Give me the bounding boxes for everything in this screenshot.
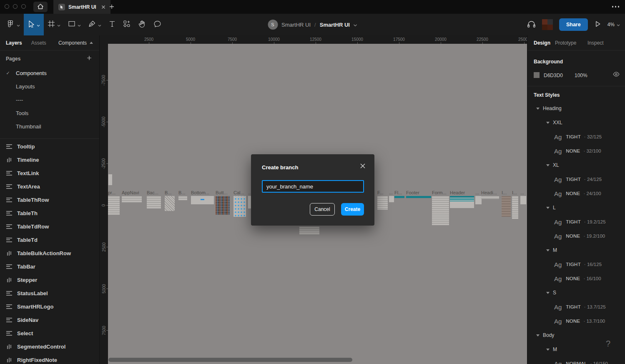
pen-tool-button[interactable] [85,14,105,35]
org-avatar[interactable]: S [268,20,278,30]
canvas-frame-label[interactable]: Bac... [147,190,158,195]
tab-prototype[interactable]: Prototype [555,40,576,46]
canvas-frame[interactable] [233,196,246,217]
caret-down-icon[interactable] [546,164,550,166]
eye-icon[interactable] [613,72,620,77]
component-item[interactable]: RightFixedNote [0,353,100,364]
text-style-item[interactable]: AgTIGHT· 19.2/125 [527,215,625,229]
move-tool-button[interactable] [24,14,44,35]
caret-down-icon[interactable] [546,292,550,294]
text-style-item[interactable]: AgTIGHT· 32/125 [527,130,625,144]
caret-down-icon[interactable] [536,334,540,336]
canvas-frame[interactable] [122,196,142,203]
frame-tool-button[interactable] [44,14,64,35]
caret-down-icon[interactable] [546,249,550,251]
page-item[interactable]: Thumbnail [0,120,100,133]
file-tab[interactable]: SmartHR UI [53,0,110,14]
resources-tool-button[interactable] [119,14,134,35]
share-button[interactable]: Share [559,18,588,31]
text-style-item[interactable]: AgNONE· 32/100 [527,144,625,158]
page-item[interactable]: Layouts [0,80,100,93]
component-item[interactable]: SideNav [0,313,100,326]
text-style-group[interactable]: L [527,201,625,215]
page-item[interactable]: ✓Components [0,66,100,80]
caret-down-icon[interactable] [546,349,550,351]
canvas-frame[interactable] [450,196,474,208]
canvas-frame-label[interactable]: ... [389,190,393,195]
chevron-down-icon[interactable] [37,21,40,28]
text-style-group[interactable]: S [527,286,625,300]
text-style-item[interactable]: AgNONE· 19.2/100 [527,229,625,243]
caret-down-icon[interactable] [546,122,550,124]
canvas-frame-label[interactable]: ... [520,190,524,195]
shape-tool-button[interactable] [64,14,85,35]
overflow-menu-icon[interactable] [612,6,620,8]
canvas-frame[interactable] [512,196,518,219]
text-style-item[interactable]: AgTIGHT· 16/125 [527,257,625,271]
text-style-item[interactable]: AgNONE· 16/100 [527,271,625,286]
tab-close-icon[interactable] [101,5,105,9]
text-style-item[interactable]: AgTIGHT· 24/125 [527,172,625,186]
canvas-frame-label[interactable]: F... [377,190,384,195]
headphones-icon[interactable] [527,20,536,30]
canvas-frame[interactable] [502,196,511,217]
caret-down-icon[interactable] [546,207,550,209]
text-style-group[interactable]: Heading [527,101,625,115]
component-item[interactable]: Stepper [0,273,100,286]
canvas-frame[interactable] [165,196,175,211]
canvas-frame-label[interactable]: pr... [108,190,115,195]
canvas-frame[interactable] [394,196,404,198]
component-item[interactable]: TableTd [0,233,100,246]
canvas-frame[interactable] [299,226,319,234]
zoom-control[interactable]: 4% [607,22,620,28]
branch-name-input[interactable] [262,180,364,193]
canvas-frame-label[interactable]: I... [512,190,517,195]
main-menu-button[interactable] [3,14,24,35]
component-item[interactable]: TextArea [0,180,100,193]
canvas-frame-label[interactable]: B... [178,190,186,195]
canvas-frame[interactable] [108,196,120,215]
component-item[interactable]: TableTdRow [0,220,100,233]
page-selector[interactable]: Components [58,40,93,46]
background-hex-value[interactable]: D6D3D0 [544,73,563,78]
component-item[interactable]: TableTh [0,206,100,220]
tab-design[interactable]: Design [534,40,550,46]
canvas-frame-label[interactable]: Bottom... [191,190,209,195]
canvas-frame-label[interactable]: Footer [406,190,419,195]
window-close-button[interactable] [5,4,9,9]
canvas-frame[interactable] [475,196,482,204]
text-style-item[interactable]: AgNONE· 13.7/100 [527,314,625,328]
background-color-swatch[interactable] [534,72,540,78]
component-item[interactable]: SmartHRLogo [0,300,100,313]
text-style-group[interactable]: XXL [527,115,625,130]
home-button[interactable] [33,2,48,12]
component-item[interactable]: Timeline [0,153,100,166]
component-item[interactable]: TableThRow [0,193,100,206]
canvas-frame-label[interactable]: Fl... [394,190,402,195]
user-avatar[interactable] [542,19,553,30]
canvas-frame-label[interactable]: Butt... [216,190,228,195]
background-opacity-value[interactable]: 100% [575,73,587,78]
text-style-item[interactable]: AgTIGHT· 13.7/125 [527,300,625,314]
canvas-frame[interactable] [406,196,431,198]
component-item[interactable]: Tooltip [0,140,100,153]
page-item[interactable]: ---- [0,93,100,106]
window-minimize-button[interactable] [13,4,18,9]
canvas-frame-label[interactable]: Header [450,190,465,195]
horizontal-scrollbar[interactable] [108,358,352,362]
canvas-frame[interactable] [432,196,449,225]
canvas-frame[interactable] [216,196,230,215]
new-tab-button[interactable] [109,4,114,9]
canvas-frame[interactable] [520,196,526,204]
create-button[interactable]: Create [341,203,364,216]
help-icon[interactable]: ? [606,339,610,349]
breadcrumb-project[interactable]: SmartHR UI [281,22,311,28]
comment-tool-button[interactable] [150,14,165,35]
component-item[interactable]: Select [0,326,100,340]
chevron-down-icon[interactable] [78,21,81,28]
page-item[interactable]: Tools [0,106,100,120]
canvas-frame[interactable] [108,174,112,185]
chevron-down-icon[interactable] [354,21,357,28]
canvas-frame-label[interactable]: Headi... [481,190,497,195]
canvas-frame[interactable] [389,196,394,202]
